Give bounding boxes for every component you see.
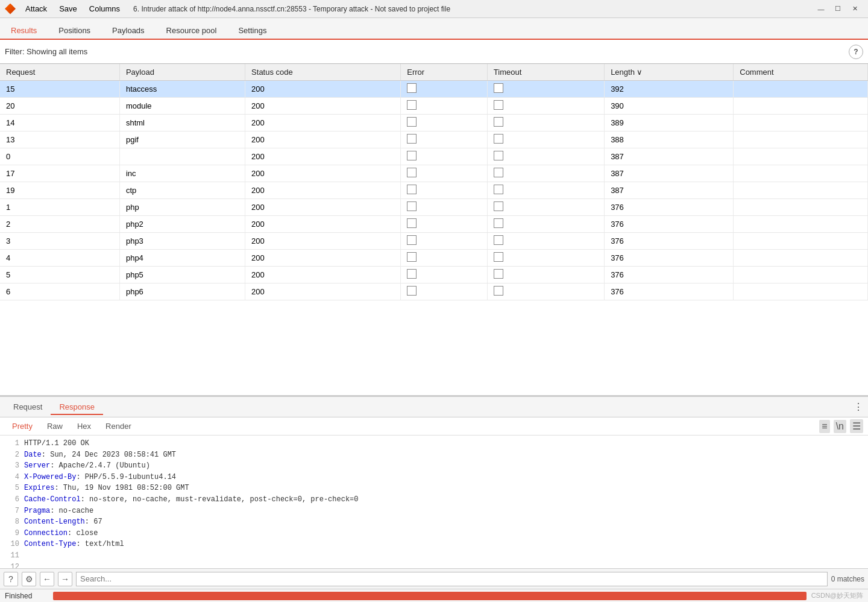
line-number: 12 bbox=[5, 562, 19, 568]
error-checkbox[interactable] bbox=[407, 269, 417, 279]
error-checkbox[interactable] bbox=[407, 168, 417, 177]
bottom-panel-tabs: Request Response ⋮ bbox=[0, 397, 868, 417]
tab-settings[interactable]: Settings bbox=[227, 22, 277, 40]
timeout-checkbox[interactable] bbox=[494, 286, 503, 296]
table-row[interactable]: 20module200390 bbox=[0, 98, 868, 115]
tab-results[interactable]: Results bbox=[0, 22, 48, 40]
line-number: 6 bbox=[5, 494, 19, 505]
code-line: 10Content-Type: text/html bbox=[5, 539, 863, 550]
table-row[interactable]: 15htaccess200392 bbox=[0, 81, 868, 98]
line-content: Content-Length: 67 bbox=[24, 516, 102, 528]
table-row[interactable]: 3php3200376 bbox=[0, 233, 868, 250]
menu-columns[interactable]: Columns bbox=[83, 3, 126, 14]
table-row[interactable]: 1php200376 bbox=[0, 199, 868, 216]
timeout-checkbox[interactable] bbox=[494, 168, 503, 177]
timeout-checkbox[interactable] bbox=[494, 201, 503, 211]
line-number: 10 bbox=[5, 539, 19, 550]
table-row[interactable]: 2php2200376 bbox=[0, 216, 868, 233]
error-checkbox[interactable] bbox=[407, 100, 417, 110]
table-row[interactable]: 19ctp200387 bbox=[0, 182, 868, 199]
timeout-checkbox[interactable] bbox=[494, 218, 503, 228]
table-row[interactable]: 6php6200376 bbox=[0, 284, 868, 300]
results-table-container: Request Payload Status code Error Timeou… bbox=[0, 64, 868, 396]
col-error[interactable]: Error bbox=[401, 64, 488, 81]
forward-button[interactable]: → bbox=[58, 572, 72, 586]
results-table: Request Payload Status code Error Timeou… bbox=[0, 64, 868, 300]
close-button[interactable]: ✕ bbox=[846, 2, 863, 16]
word-wrap-icon[interactable]: ≡ bbox=[819, 420, 829, 433]
timeout-checkbox[interactable] bbox=[494, 269, 503, 279]
help-icon-button[interactable]: ? bbox=[4, 572, 18, 586]
back-button[interactable]: ← bbox=[40, 572, 54, 586]
tab-positions[interactable]: Positions bbox=[48, 22, 101, 40]
table-row[interactable]: 14shtml200389 bbox=[0, 115, 868, 131]
subtab-render[interactable]: Render bbox=[98, 420, 139, 432]
code-line: 8Content-Length: 67 bbox=[5, 516, 863, 528]
timeout-checkbox[interactable] bbox=[494, 83, 503, 93]
bottom-tab-response[interactable]: Response bbox=[51, 400, 103, 415]
col-status-code[interactable]: Status code bbox=[245, 64, 401, 81]
error-checkbox[interactable] bbox=[407, 218, 417, 228]
subtab-hex[interactable]: Hex bbox=[70, 420, 98, 432]
col-request[interactable]: Request bbox=[0, 64, 119, 81]
error-checkbox[interactable] bbox=[407, 151, 417, 160]
timeout-checkbox[interactable] bbox=[494, 151, 503, 160]
help-button[interactable]: ? bbox=[849, 45, 863, 59]
timeout-checkbox[interactable] bbox=[494, 117, 503, 127]
window-controls: — ☐ ✕ bbox=[813, 2, 863, 16]
timeout-checkbox[interactable] bbox=[494, 185, 503, 194]
line-number: 3 bbox=[5, 460, 19, 472]
error-checkbox[interactable] bbox=[407, 201, 417, 211]
timeout-checkbox[interactable] bbox=[494, 134, 503, 144]
bottom-tab-request[interactable]: Request bbox=[5, 400, 51, 415]
search-input[interactable] bbox=[76, 572, 828, 586]
minimize-button[interactable]: — bbox=[813, 2, 829, 16]
watermark-text: CSDN@妙天矩阵 bbox=[811, 591, 863, 600]
error-checkbox[interactable] bbox=[407, 117, 417, 127]
table-row[interactable]: 13pgif200388 bbox=[0, 131, 868, 148]
line-number: 1 bbox=[5, 438, 19, 449]
timeout-checkbox[interactable] bbox=[494, 235, 503, 245]
progress-bar bbox=[53, 592, 807, 600]
line-content: Pragma: no-cache bbox=[24, 505, 93, 517]
error-checkbox[interactable] bbox=[407, 134, 417, 144]
table-body: 15htaccess20039220module20039014shtml200… bbox=[0, 81, 868, 300]
line-number: 11 bbox=[5, 550, 19, 562]
lines-icon[interactable]: ☰ bbox=[850, 419, 863, 433]
code-line: 4X-Powered-By: PHP/5.5.9-1ubuntu4.14 bbox=[5, 472, 863, 483]
panel-menu-icon[interactable]: ⋮ bbox=[854, 401, 863, 413]
col-payload[interactable]: Payload bbox=[119, 64, 245, 81]
code-line: 12 bbox=[5, 562, 863, 568]
tab-resource-pool[interactable]: Resource pool bbox=[156, 22, 228, 40]
timeout-checkbox[interactable] bbox=[494, 100, 503, 110]
error-checkbox[interactable] bbox=[407, 83, 417, 93]
subtab-raw[interactable]: Raw bbox=[40, 420, 70, 432]
line-number: 7 bbox=[5, 505, 19, 517]
table-row[interactable]: 5php5200376 bbox=[0, 267, 868, 284]
subtab-pretty[interactable]: Pretty bbox=[5, 420, 40, 432]
newline-icon[interactable]: \n bbox=[834, 420, 846, 433]
error-checkbox[interactable] bbox=[407, 252, 417, 262]
line-number: 5 bbox=[5, 483, 19, 494]
menu-save[interactable]: Save bbox=[53, 3, 83, 14]
menu-attack[interactable]: Attack bbox=[19, 3, 53, 14]
line-content: Content-Type: text/html bbox=[24, 539, 124, 550]
table-row[interactable]: 0200387 bbox=[0, 148, 868, 165]
filter-bar: Filter: Showing all items ? bbox=[0, 40, 868, 64]
error-checkbox[interactable] bbox=[407, 185, 417, 194]
col-timeout[interactable]: Timeout bbox=[487, 64, 604, 81]
line-content: Connection: close bbox=[24, 528, 98, 539]
settings-icon-button[interactable]: ⚙ bbox=[22, 572, 36, 586]
bottom-panel: Request Response ⋮ Pretty Raw Hex Render… bbox=[0, 396, 868, 589]
table-row[interactable]: 17inc200387 bbox=[0, 165, 868, 182]
col-length[interactable]: Length ∨ bbox=[605, 64, 734, 81]
error-checkbox[interactable] bbox=[407, 286, 417, 296]
timeout-checkbox[interactable] bbox=[494, 252, 503, 262]
error-checkbox[interactable] bbox=[407, 235, 417, 245]
table-row[interactable]: 4php4200376 bbox=[0, 250, 868, 267]
maximize-button[interactable]: ☐ bbox=[829, 2, 846, 16]
col-comment[interactable]: Comment bbox=[734, 64, 868, 81]
code-area: 1HTTP/1.1 200 OK2Date: Sun, 24 Dec 2023 … bbox=[0, 436, 868, 568]
code-line: 5Expires: Thu, 19 Nov 1981 08:52:00 GMT bbox=[5, 483, 863, 494]
tab-payloads[interactable]: Payloads bbox=[101, 22, 155, 40]
